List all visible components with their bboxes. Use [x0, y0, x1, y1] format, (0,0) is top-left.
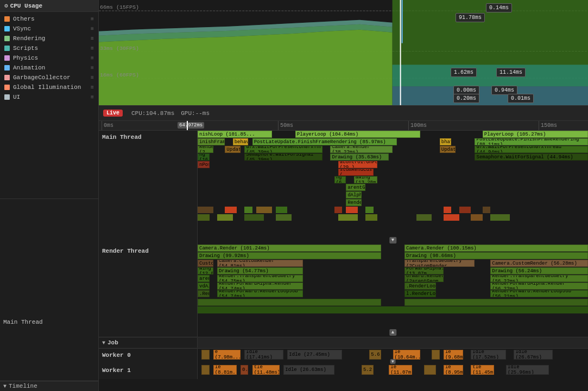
flame-bar[interactable]: le (8.81m... — [213, 365, 237, 375]
sidebar-item-scripts[interactable]: Scripts≡ — [0, 43, 98, 53]
flame-misc[interactable] — [334, 207, 342, 213]
flame-misc[interactable] — [444, 214, 459, 221]
flame-bar[interactable]: le (10.64m... — [393, 350, 420, 360]
flame-bar[interactable]: le (8.95m... — [444, 365, 463, 375]
flame-bar[interactable]: Gfx.WaitForPresentOnGfxThread (45.39ms) — [244, 146, 323, 153]
sidebar-item-physics[interactable]: Physics≡ — [0, 53, 98, 63]
flame-bar[interactable]: aControl.OnPostRender() (29.) — [338, 161, 377, 168]
flame-misc[interactable] — [198, 207, 213, 213]
flame-bar[interactable]: Idle (26.67ms) — [514, 350, 553, 360]
flame-bar[interactable]: 5.2... — [362, 365, 374, 375]
flame-bar[interactable]: PlayerLoop (105.27ms) — [483, 131, 588, 138]
sidebar-item-menu-vsync[interactable]: ≡ — [91, 26, 94, 32]
flame-misc[interactable] — [225, 207, 237, 213]
flame-misc[interactable] — [483, 207, 490, 213]
flame-bar[interactable]: orward.RenderLoopJob (2arentGeom... — [404, 275, 444, 282]
flame-bar[interactable]: awing (13.28m... — [354, 176, 377, 183]
flame-bar[interactable]: Idle (25.96ms) — [506, 365, 549, 375]
flame-bar[interactable]: Semaphore.WaitForSignal (44.94ms) — [475, 153, 588, 161]
sidebar-item-gi[interactable]: Global Illumination≡ — [0, 82, 98, 92]
timeline-sidebar[interactable]: ▼ Timeline — [0, 381, 98, 391]
flame-bar[interactable] — [404, 299, 588, 306]
job-section-header[interactable]: ▼ Job — [99, 337, 588, 349]
flame-bar[interactable]: behavior... — [233, 138, 249, 145]
flame-bar[interactable]: Camera.Render (100.15ms) — [404, 245, 588, 252]
flame-bar[interactable]: nishLoop (101.85... — [198, 131, 272, 138]
flame-bar[interactable]: CustomR... — [198, 260, 213, 267]
flame-bar[interactable]: arentGeom... — [198, 275, 210, 282]
flame-bar[interactable]: RenderForwardAlpha.Render (56.22ms) — [490, 283, 588, 290]
worker1-timeline[interactable]: le (8.81m... 0.52t... tle (11.48ms) Idle… — [198, 364, 588, 379]
sidebar-item-menu-others[interactable]: ≡ — [91, 16, 94, 22]
flame-bar[interactable]: Drawing (98.66ms) — [404, 252, 588, 259]
flame-bar[interactable]: Idle (17.41ms) — [244, 350, 283, 360]
flame-bar[interactable]: wing (12.88... — [198, 267, 213, 274]
scroll-down-indicator[interactable]: ▼ — [389, 237, 396, 243]
flame-bar[interactable]: RenderForward.RenderLoopJob (56.21ms) — [490, 290, 588, 297]
flame-bar[interactable]: Update... — [440, 146, 456, 153]
flame-bar[interactable]: ForwardAlpha.Render (13.07m... — [404, 267, 444, 274]
flame-misc[interactable] — [256, 207, 272, 213]
flame-misc[interactable] — [444, 207, 451, 213]
flame-bar[interactable]: .RenderLoop... — [404, 283, 436, 290]
flame-bar[interactable]: vdAlpha.Rend... — [198, 283, 210, 290]
flame-bar[interactable]: RenderForwardAlpha.Render (54.74ms) — [217, 283, 303, 290]
flame-bar[interactable]: tle (11.48ms) — [252, 365, 280, 375]
flame-bar[interactable]: .RenderLoop... — [198, 290, 210, 297]
sidebar-item-rendering[interactable]: Rendering≡ — [0, 34, 98, 43]
flame-bar[interactable] — [198, 306, 588, 313]
flame-bar[interactable]: Camera.CustomRender (56.28ms) — [490, 260, 588, 267]
sidebar-item-menu-physics[interactable]: ≡ — [91, 55, 94, 61]
flame-misc[interactable] — [471, 214, 483, 221]
sidebar-item-menu-gi[interactable]: ≡ — [91, 85, 94, 91]
flame-bar[interactable] — [201, 350, 209, 360]
flame-bar[interactable]: Idle (26.63ms) — [283, 365, 334, 375]
flame-bar[interactable]: stomRendCustomRender ( — [338, 169, 374, 176]
flame-bar[interactable]: Drawing (54.77ms) — [217, 267, 303, 274]
flame-bar[interactable]: 0.52t... — [241, 365, 248, 375]
sidebar-item-menu-gc[interactable]: ≡ — [91, 75, 94, 81]
flame-bar[interactable]: hg (6.3... — [334, 176, 346, 183]
flame-bar[interactable]: le (11.07m... — [389, 365, 412, 375]
flame-misc[interactable] — [365, 214, 377, 221]
flame-bar[interactable]: TransparentGeometry (2CustomRender... — [404, 260, 475, 267]
flame-bar[interactable] — [432, 350, 439, 360]
sidebar-item-animation[interactable]: Animation≡ — [0, 63, 98, 73]
sidebar-item-menu-rendering[interactable]: ≡ — [91, 36, 94, 42]
flame-bar[interactable]: Camera.Render (38.22ms) — [330, 146, 393, 153]
flame-bar[interactable]: ng (16.4... — [198, 153, 210, 161]
flame-bar[interactable]: Gfx.WaitForPresentOnGfxThread (44.94ms) — [475, 146, 588, 153]
flame-bar[interactable]: nPostR... — [198, 161, 210, 168]
worker0-scroll-indicator[interactable]: ▼ — [390, 359, 396, 364]
flame-bar[interactable]: l.RenderLoop... — [404, 290, 436, 297]
flame-bar[interactable]: Idle (27.45ms) — [287, 350, 342, 360]
flame-bar[interactable]: Camera.Render (101.24ms) — [198, 245, 381, 252]
sidebar-item-menu-ui[interactable]: ≡ — [91, 94, 94, 100]
flame-bar[interactable]: le (9.68m... — [444, 350, 463, 360]
flame-misc[interactable] — [276, 214, 292, 221]
flame-bar[interactable]: bhav... — [440, 138, 452, 145]
flame-misc[interactable] — [198, 214, 210, 221]
sidebar-item-gc[interactable]: GarbageCollector≡ — [0, 73, 98, 82]
sidebar-item-vsync[interactable]: VSync≡ — [0, 24, 98, 34]
flame-bar[interactable]: Drawing (56.24ms) — [490, 267, 588, 274]
flame-bar[interactable] — [424, 365, 436, 375]
flame-bar[interactable]: dAlpha.Ren... — [346, 191, 362, 198]
flame-misc[interactable] — [217, 214, 233, 221]
flame-bar[interactable]: Drawing (35.63ms) — [330, 153, 389, 161]
job-collapse-btn[interactable]: ▼ — [102, 340, 105, 346]
flame-bar[interactable]: Idle (17.52ms) — [471, 350, 506, 360]
flame-misc[interactable] — [365, 207, 373, 213]
sidebar-item-menu-scripts[interactable]: ≡ — [91, 46, 94, 52]
sidebar-item-ui[interactable]: UI≡ — [0, 92, 98, 102]
flame-bar[interactable]: PlayerLoop (104.84ms) — [295, 131, 420, 138]
flame-misc[interactable] — [490, 214, 510, 221]
scroll-up-indicator[interactable]: ▲ — [389, 329, 396, 336]
worker0-timeline[interactable]: e (7.98m... Idle (17.41ms) Idle (27.45ms… — [198, 349, 588, 364]
flame-misc[interactable] — [459, 207, 471, 213]
render-thread-timeline[interactable]: Camera.Render (101.24ms) Camera.Render (… — [198, 245, 588, 337]
flame-bar[interactable]: 5.6... — [369, 350, 381, 360]
flame-bar[interactable] — [201, 365, 209, 375]
flame-bar[interactable]: Semaphore.WaitForSignal (45.39ms) — [244, 153, 323, 161]
flame-bar[interactable] — [198, 299, 381, 306]
